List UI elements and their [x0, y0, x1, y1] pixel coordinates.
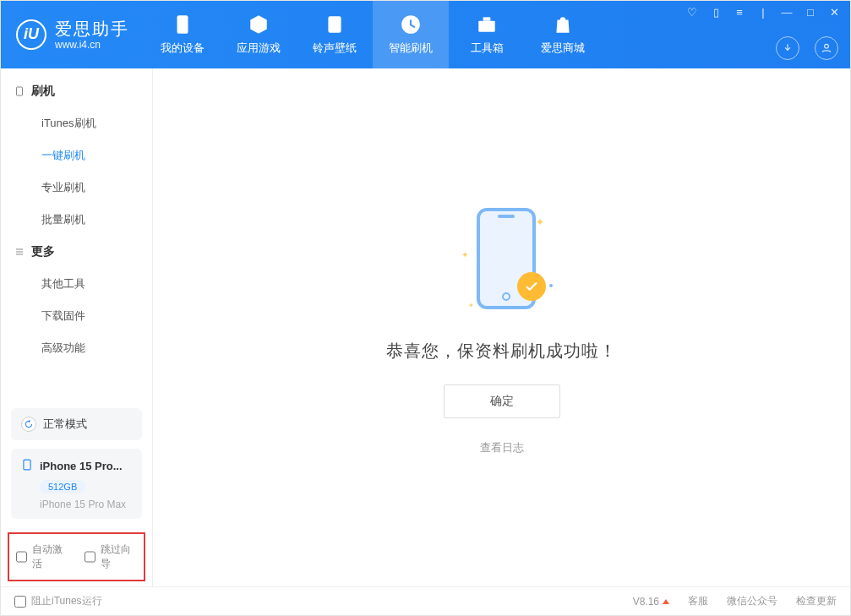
- close-button[interactable]: ✕: [826, 4, 842, 19]
- support-link[interactable]: 客服: [688, 594, 708, 608]
- success-illustration: ✦ ✦ ✦: [443, 199, 561, 318]
- mobile-icon[interactable]: ▯: [708, 4, 723, 19]
- skip-wizard-label: 跳过向导: [101, 542, 138, 571]
- version-badge[interactable]: V8.16: [633, 596, 669, 608]
- mode-indicator[interactable]: 正常模式: [11, 408, 142, 440]
- check-update-link[interactable]: 检查更新: [796, 594, 837, 608]
- user-button[interactable]: [815, 36, 838, 60]
- sidebar: 刷机 iTunes刷机 一键刷机 专业刷机 批量刷机 更多 其他工具 下载固件 …: [1, 68, 153, 586]
- refresh-icon: [21, 417, 36, 432]
- status-bar: 阻止iTunes运行 V8.16 客服 微信公众号 检查更新: [1, 586, 850, 615]
- music-icon: [324, 14, 346, 35]
- logo-icon: iU: [16, 19, 46, 50]
- version-text: V8.16: [633, 596, 659, 608]
- sidebar-item-pro-flash[interactable]: 专业刷机: [1, 172, 152, 204]
- cube-icon: [248, 14, 270, 35]
- auto-activate-checkbox[interactable]: 自动激活: [16, 542, 69, 571]
- nav-label: 应用游戏: [237, 41, 281, 56]
- phone-icon: [172, 14, 194, 35]
- refresh-shield-icon: [400, 14, 422, 35]
- sidebar-item-advanced[interactable]: 高级功能: [1, 332, 152, 364]
- sidebar-item-other-tools[interactable]: 其他工具: [1, 268, 152, 300]
- svg-rect-0: [177, 15, 188, 34]
- sidebar-header-label: 刷机: [31, 84, 55, 99]
- svg-rect-6: [24, 460, 30, 470]
- sparkle-icon: ✦: [536, 216, 544, 228]
- toolbox-icon: [476, 14, 498, 35]
- svg-rect-2: [478, 21, 495, 32]
- sidebar-header-flash: 刷机: [1, 75, 152, 107]
- block-itunes-checkbox[interactable]: 阻止iTunes运行: [14, 594, 102, 608]
- block-itunes-input[interactable]: [14, 596, 26, 608]
- device-model: iPhone 15 Pro Max: [40, 499, 132, 510]
- nav-apps-games[interactable]: 应用游戏: [221, 1, 297, 68]
- sparkle-icon: ✦: [461, 250, 468, 259]
- svg-rect-1: [328, 16, 341, 33]
- sidebar-item-one-click-flash[interactable]: 一键刷机: [1, 139, 152, 172]
- skip-wizard-checkbox[interactable]: 跳过向导: [85, 542, 138, 571]
- main-nav: 我的设备 应用游戏 铃声壁纸 智能刷机 工具箱 爱思商城: [145, 1, 601, 68]
- app-url: www.i4.cn: [55, 39, 129, 51]
- bag-icon: [552, 14, 574, 35]
- nav-my-device[interactable]: 我的设备: [145, 1, 221, 68]
- update-indicator-icon: [663, 599, 669, 604]
- nav-store[interactable]: 爱思商城: [525, 1, 601, 68]
- view-log-link[interactable]: 查看日志: [480, 440, 524, 455]
- svg-point-4: [825, 44, 829, 48]
- sparkle-icon: ✦: [468, 302, 474, 309]
- sidebar-item-batch-flash[interactable]: 批量刷机: [1, 204, 152, 236]
- svg-rect-3: [483, 17, 491, 20]
- device-icon: [14, 86, 25, 96]
- nav-label: 工具箱: [471, 41, 504, 56]
- options-highlight: 自动激活 跳过向导: [8, 532, 145, 581]
- nav-smart-flash[interactable]: 智能刷机: [373, 1, 449, 68]
- gift-icon[interactable]: ♡: [685, 4, 700, 19]
- minimize-button[interactable]: —: [779, 4, 794, 19]
- nav-label: 铃声壁纸: [313, 41, 357, 56]
- success-message: 恭喜您，保资料刷机成功啦！: [386, 340, 617, 363]
- device-name: iPhone 15 Pro...: [40, 460, 123, 472]
- block-itunes-label: 阻止iTunes运行: [31, 594, 102, 608]
- sidebar-header-label: 更多: [31, 244, 55, 259]
- check-badge-icon: [517, 272, 546, 301]
- nav-label: 爱思商城: [541, 41, 585, 56]
- ok-button[interactable]: 确定: [444, 384, 560, 418]
- nav-label: 我的设备: [161, 41, 205, 56]
- phone-icon: [21, 457, 33, 475]
- nav-ringtones[interactable]: 铃声壁纸: [297, 1, 373, 68]
- sidebar-header-more: 更多: [1, 236, 152, 268]
- storage-badge: 512GB: [40, 480, 85, 493]
- app-header: iU 爱思助手 www.i4.cn 我的设备 应用游戏 铃声壁纸 智能刷机: [1, 1, 850, 68]
- maximize-button[interactable]: □: [803, 4, 818, 19]
- nav-label: 智能刷机: [389, 41, 433, 56]
- auto-activate-input[interactable]: [16, 551, 27, 563]
- device-card[interactable]: iPhone 15 Pro... 512GB iPhone 15 Pro Max: [11, 449, 142, 519]
- sidebar-item-download-firmware[interactable]: 下载固件: [1, 300, 152, 332]
- main-content: ✦ ✦ ✦ 恭喜您，保资料刷机成功啦！ 确定 查看日志: [153, 68, 850, 586]
- download-button[interactable]: [776, 36, 799, 60]
- divider: |: [756, 4, 771, 19]
- menu-icon[interactable]: ≡: [732, 4, 747, 19]
- app-logo: iU 爱思助手 www.i4.cn: [1, 19, 145, 51]
- skip-wizard-input[interactable]: [85, 551, 95, 563]
- wechat-link[interactable]: 微信公众号: [727, 594, 777, 608]
- svg-rect-5: [17, 87, 23, 95]
- app-title: 爱思助手: [55, 19, 129, 39]
- list-icon: [14, 247, 25, 257]
- auto-activate-label: 自动激活: [32, 542, 69, 571]
- sidebar-item-itunes-flash[interactable]: iTunes刷机: [1, 107, 152, 139]
- mode-label: 正常模式: [43, 417, 87, 432]
- nav-toolbox[interactable]: 工具箱: [449, 1, 525, 68]
